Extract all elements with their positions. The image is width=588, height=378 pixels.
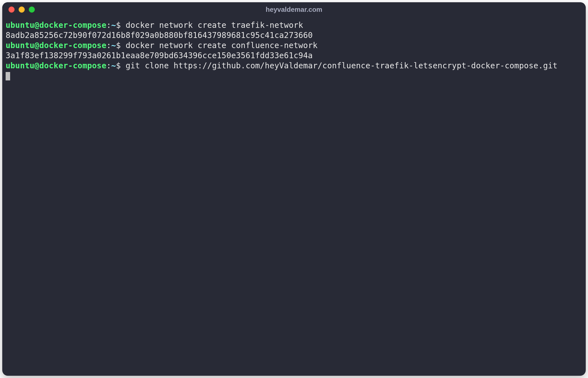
prompt-path: ~ [111, 41, 116, 50]
cursor [6, 72, 10, 80]
prompt-user-host: ubuntu@docker-compose [6, 61, 106, 70]
prompt-line: ubuntu@docker-compose:~$ git clone https… [6, 61, 558, 70]
command-text: docker network create traefik-network [125, 21, 303, 30]
command-text: docker network create confluence-network [125, 41, 317, 50]
prompt-symbol: $ [116, 61, 121, 70]
close-icon[interactable] [8, 6, 15, 13]
prompt-path: ~ [111, 61, 116, 70]
prompt-symbol: $ [116, 21, 121, 30]
output-text: 3a1f83ef138299f793a0261b1eaa8e709bd63439… [6, 51, 313, 60]
prompt-line: ubuntu@docker-compose:~$ docker network … [6, 21, 303, 30]
terminal-window: heyvaldemar.com ubuntu@docker-compose:~$… [2, 2, 586, 376]
prompt-path: ~ [111, 21, 116, 30]
terminal-body[interactable]: ubuntu@docker-compose:~$ docker network … [2, 17, 586, 84]
titlebar: heyvaldemar.com [2, 2, 586, 17]
minimize-icon[interactable] [19, 6, 25, 13]
prompt-symbol: $ [116, 41, 121, 50]
prompt-separator: : [106, 61, 111, 70]
prompt-separator: : [106, 21, 111, 30]
window-title: heyvaldemar.com [266, 6, 322, 14]
maximize-icon[interactable] [29, 6, 35, 13]
output-text: 8adb2a85256c72b90f072d16b8f029a0b880bf81… [6, 31, 313, 40]
prompt-user-host: ubuntu@docker-compose [6, 41, 106, 50]
prompt-separator: : [106, 41, 111, 50]
prompt-line: ubuntu@docker-compose:~$ docker network … [6, 41, 318, 50]
command-text: git clone https://github.com/heyValdemar… [125, 61, 557, 70]
prompt-user-host: ubuntu@docker-compose [6, 21, 106, 30]
traffic-lights [8, 2, 35, 17]
